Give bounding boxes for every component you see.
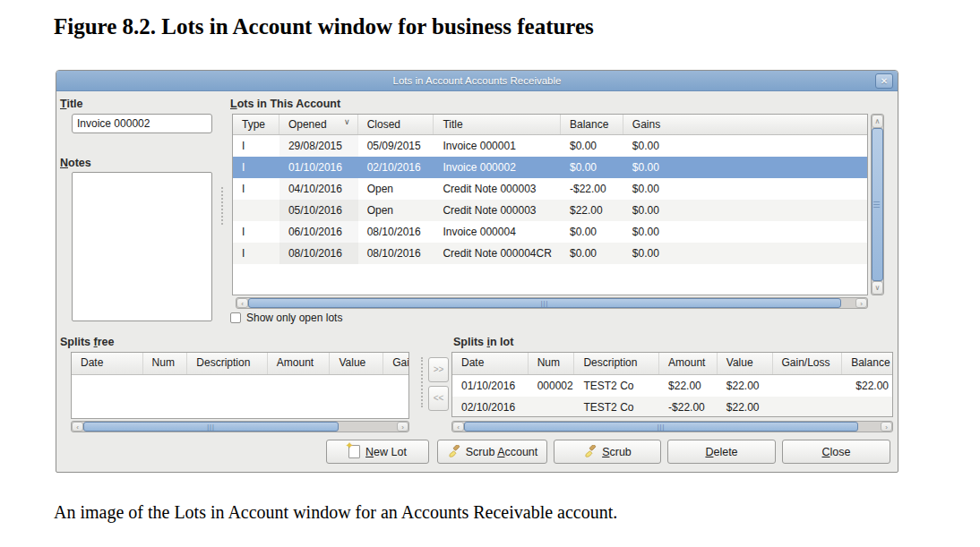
lots-col-closed[interactable]: Closed	[358, 115, 434, 134]
window-title: Lots in Account Accounts Receivable	[393, 75, 562, 86]
sf-col-description[interactable]: Description	[187, 353, 268, 374]
lots-in-account-window: Lots in Account Accounts Receivable ✕ Ti…	[56, 70, 898, 473]
pane-splitter-handle[interactable]	[421, 357, 424, 407]
lot-row[interactable]: I08/10/201608/10/2016Credit Note 000004C…	[233, 243, 867, 264]
lot-title-input[interactable]	[72, 114, 212, 133]
lot-row[interactable]: I06/10/201608/10/2016Invoice 000004$0.00…	[233, 221, 867, 243]
sl-hscroll-thumb[interactable]: |||	[464, 422, 858, 432]
pane-splitter-handle[interactable]	[221, 187, 224, 225]
lots-vscroll-thumb[interactable]: |||	[872, 128, 883, 281]
show-only-open-lots-label: Show only open lots	[246, 312, 342, 324]
lots-horizontal-scrollbar[interactable]: ‹ ||| ›	[236, 297, 868, 309]
delete-button[interactable]: Delete	[667, 440, 776, 464]
scroll-left-icon[interactable]: ‹	[72, 422, 83, 432]
lots-in-this-account-label: Lots in This Account	[230, 98, 340, 110]
scroll-left-icon[interactable]: ‹	[452, 422, 464, 432]
lot-row[interactable]: I29/08/201505/09/2015Invoice 000001$0.00…	[233, 135, 867, 157]
lot-row[interactable]: I04/10/2016OpenCredit Note 000003-$22.00…	[233, 178, 867, 200]
new-lot-icon	[348, 445, 360, 458]
notes-label: Notes	[60, 157, 91, 169]
sl-col-amount[interactable]: Amount	[659, 353, 718, 374]
splits-free-label: Splits free	[60, 336, 114, 348]
lots-col-balance[interactable]: Balance	[561, 115, 623, 134]
scroll-left-icon[interactable]: ‹	[236, 298, 248, 308]
sl-col-gainloss[interactable]: Gain/Loss	[773, 353, 843, 374]
sl-col-description[interactable]: Description	[574, 353, 659, 374]
scroll-right-icon[interactable]: ›	[397, 422, 408, 432]
sl-col-date[interactable]: Date	[452, 353, 529, 374]
title-label: Title	[60, 98, 82, 110]
new-lot-button[interactable]: New Lot	[326, 440, 429, 464]
close-icon: ✕	[881, 76, 888, 86]
lot-notes-textarea[interactable]	[72, 172, 212, 321]
split-row[interactable]: 02/10/2016TEST2 Co-$22.00$22.00	[452, 397, 892, 417]
splits-free-horizontal-scrollbar[interactable]: ‹ ||| ›	[71, 421, 409, 432]
lots-col-title[interactable]: Title	[434, 115, 561, 134]
lots-hscroll-thumb[interactable]: |||	[248, 298, 841, 308]
scroll-down-icon[interactable]: ∨	[872, 281, 883, 295]
sl-col-value[interactable]: Value	[718, 353, 773, 374]
window-titlebar[interactable]: Lots in Account Accounts Receivable	[56, 71, 898, 91]
sf-col-value[interactable]: Value	[330, 353, 383, 374]
sf-col-date[interactable]: Date	[72, 353, 143, 374]
move-to-lot-button[interactable]: >>	[428, 357, 449, 382]
figure-title: Figure 8.2. Lots in Account window for b…	[54, 14, 594, 39]
lots-col-gains[interactable]: Gains	[623, 115, 867, 134]
sf-col-num[interactable]: Num	[143, 353, 188, 374]
show-only-open-lots-checkbox[interactable]	[230, 312, 241, 323]
sf-col-amount[interactable]: Amount	[268, 353, 331, 374]
scroll-right-icon[interactable]: ›	[881, 422, 892, 432]
brush-icon	[447, 445, 460, 458]
lots-col-type[interactable]: Type	[233, 115, 279, 134]
split-row[interactable]: 01/10/2016000002TEST2 Co$22.00$22.00$22.…	[452, 375, 892, 397]
sort-descending-icon: ∨	[344, 117, 350, 126]
scrub-button[interactable]: Scrub	[554, 440, 661, 464]
scrub-account-button[interactable]: Scrub Account	[437, 440, 547, 464]
close-button[interactable]: Close	[782, 440, 890, 464]
lots-table: Type Opened∨ Closed Title Balance Gains …	[232, 114, 868, 295]
scroll-up-icon[interactable]: ∧	[872, 115, 883, 128]
sf-hscroll-thumb[interactable]: |||	[83, 422, 339, 432]
sf-col-gain[interactable]: Gain	[383, 353, 408, 374]
window-close-button[interactable]: ✕	[875, 73, 893, 89]
scroll-right-icon[interactable]: ›	[855, 298, 867, 308]
lots-table-header: Type Opened∨ Closed Title Balance Gains	[233, 115, 867, 135]
brush-icon	[583, 445, 597, 458]
splits-in-lot-horizontal-scrollbar[interactable]: ‹ ||| ›	[451, 421, 893, 432]
lot-row-selected[interactable]: I01/10/201602/10/2016Invoice 000002$0.00…	[233, 157, 867, 178]
figure-caption: An image of the Lots in Account window f…	[54, 502, 617, 523]
sl-col-num[interactable]: Num	[529, 353, 575, 374]
splits-free-table: Date Num Description Amount Value Gain	[71, 352, 409, 419]
move-from-lot-button[interactable]: <<	[428, 386, 449, 411]
splits-in-lot-label: Splits in lot	[453, 336, 513, 348]
lot-row[interactable]: 05/10/2016OpenCredit Note 000003$22.00$0…	[233, 200, 867, 221]
lots-col-opened[interactable]: Opened∨	[279, 115, 358, 134]
sl-col-balance[interactable]: Balance	[842, 353, 892, 374]
splits-free-header: Date Num Description Amount Value Gain	[72, 353, 408, 375]
lots-vertical-scrollbar[interactable]: ∧ ||| ∨	[871, 114, 884, 295]
splits-in-lot-header: Date Num Description Amount Value Gain/L…	[452, 353, 892, 375]
splits-in-lot-table: Date Num Description Amount Value Gain/L…	[451, 352, 893, 417]
